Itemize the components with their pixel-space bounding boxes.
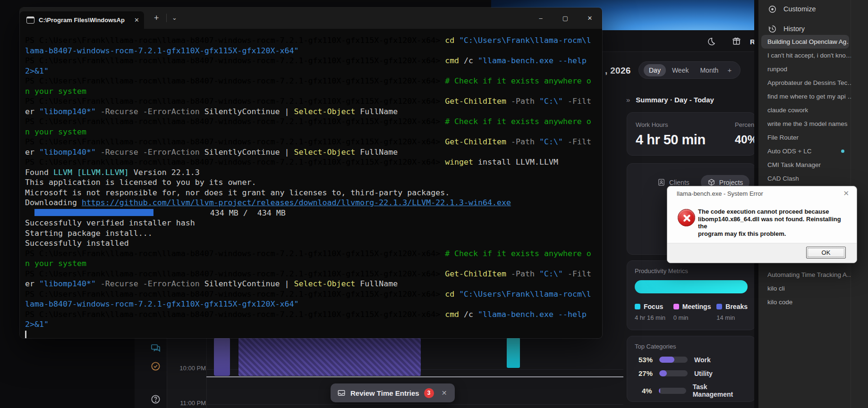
productivity-card: Productivity Metrics Focus4 hr 16 minMee…	[627, 260, 756, 330]
chat-icon[interactable]	[150, 343, 161, 356]
summary-title: Summary · Day - Today	[636, 96, 714, 104]
time-entry-block[interactable]	[214, 338, 230, 376]
history-item[interactable]: runpod	[758, 62, 851, 76]
terminal-line: PS C:\Users\Frank\llama-rocm\llama-b8407…	[25, 309, 602, 320]
terminal-line: This application is licensed to you by i…	[25, 177, 602, 188]
history-item[interactable]: claude cowork	[758, 103, 851, 117]
productivity-legend: Focus4 hr 16 minMeetings0 minBreaks14 mi…	[635, 303, 748, 321]
history-item-label: File Router	[767, 134, 799, 141]
legend-swatch	[635, 304, 640, 309]
terminal-line: 434 MB / 434 MB	[25, 208, 602, 218]
legend-value: 4 hr 16 min	[635, 314, 673, 321]
percent-value: 40%	[735, 133, 756, 146]
current-date: , 2026	[605, 66, 631, 76]
top-categories-card: Top Categories 53%Work27%Utility4%Task M…	[627, 336, 756, 402]
category-bar	[659, 357, 688, 363]
ok-button[interactable]: OK	[806, 247, 846, 258]
time-label-11pm: 11:00 PM	[179, 400, 206, 407]
dialog-title: llama-bench.exe - System Error	[677, 190, 763, 197]
legend-name: Meetings	[682, 303, 711, 310]
range-switcher: Day Week Month +	[638, 61, 740, 79]
active-time-entry-block[interactable]	[238, 338, 421, 376]
maximize-button[interactable]: ▢	[553, 8, 578, 29]
tab-dropdown-icon[interactable]: ⌄	[172, 14, 177, 21]
tab-week[interactable]: Week	[667, 64, 694, 76]
category-percent: 53%	[635, 356, 653, 364]
tab-close-icon[interactable]: ✕	[134, 17, 139, 24]
download-progress-bar	[34, 209, 153, 216]
terminal-line: Microsoft is not responsible for, nor do…	[25, 188, 602, 198]
error-message: The code execution cannot proceed becaus…	[698, 208, 849, 237]
legend-swatch	[673, 304, 679, 309]
review-time-entries-banner[interactable]: Review Time Entries 3 ✕	[331, 383, 455, 402]
history-item[interactable]: kilo code	[758, 295, 851, 309]
inbox-icon	[337, 389, 346, 397]
terminal-output[interactable]: PS C:\Users\Frank\llama-rocm\llama-b8407…	[20, 29, 602, 338]
terminal-line: PS C:\Users\Frank\llama-rocm\llama-b8407…	[25, 56, 602, 66]
history-item[interactable]: Automating Time Tracking A…	[758, 268, 851, 282]
add-range-button[interactable]: +	[727, 66, 732, 74]
tasks-check-icon[interactable]	[150, 361, 161, 374]
hour-gridline	[206, 404, 623, 405]
legend-swatch	[716, 304, 722, 309]
category-name: Task Management	[693, 383, 748, 398]
history-item[interactable]: CAD Clash	[758, 172, 851, 185]
terminal-titlebar[interactable]: C:\Program Files\WindowsAp ✕ + ⌄ – ▢ ✕	[20, 8, 602, 29]
history-icon	[768, 25, 777, 33]
history-item[interactable]: Building Local Openclaw Ag…	[761, 35, 849, 49]
terminal-line: PS C:\Users\Frank\llama-rocm\llama-b8407…	[25, 117, 602, 127]
projects-box-icon	[707, 178, 715, 186]
close-button[interactable]: ✕	[578, 8, 602, 29]
legend-name: Focus	[644, 303, 663, 310]
help-question-icon[interactable]	[150, 394, 161, 407]
legend-value: 14 min	[716, 314, 748, 321]
terminal-line: PS C:\Users\Frank\llama-rocm\llama-b8407…	[25, 269, 602, 279]
terminal-line: lama-b8407-windows-rocm-7.2.1-gfx110X-gf…	[25, 46, 602, 56]
sidebar-item-history[interactable]: History	[758, 21, 868, 37]
productivity-progress-bar	[635, 280, 748, 293]
history-list: Building Local Openclaw Ag…I can't hit a…	[758, 35, 851, 185]
category-row: 27%Utility	[635, 369, 748, 377]
terminal-line: PS C:\Users\Frank\llama-rocm\llama-b8407…	[25, 157, 602, 167]
command-prompt-icon	[26, 17, 34, 24]
history-item[interactable]: Approbateur de Dessins Tec…	[758, 76, 851, 90]
dialog-close-icon[interactable]: ✕	[843, 189, 849, 198]
terminal-line: 2>&1"	[25, 319, 602, 330]
tab-month[interactable]: Month	[695, 64, 723, 76]
terminal-line: Found LLVM [LLVM.LLVM] Version 22.1.3	[25, 167, 602, 178]
sidebar-item-customize[interactable]: Customize	[758, 1, 868, 17]
history-item-label: Approbateur de Dessins Tec…	[767, 79, 851, 86]
tab-day[interactable]: Day	[644, 64, 666, 76]
legend-item: Breaks14 min	[716, 303, 748, 321]
history-list: Automating Time Tracking A…kilo clikilo …	[758, 268, 851, 309]
dark-mode-moon-icon[interactable]	[706, 37, 716, 48]
history-item[interactable]: write me the 3 model names	[758, 117, 851, 131]
terminal-line: PS C:\Users\Frank\llama-rocm\llama-b8407…	[25, 96, 602, 107]
collapse-chevron-icon[interactable]: »	[626, 96, 630, 104]
terminal-tab[interactable]: C:\Program Files\WindowsAp ✕	[20, 11, 144, 29]
category-percent: 4%	[635, 387, 652, 395]
history-item-label: I can't hit accept, i don't kno…	[767, 52, 851, 59]
terminal-line: PS C:\Users\Frank\llama-rocm\llama-b8407…	[25, 76, 602, 86]
history-item-label: CMI Task Manager	[767, 161, 821, 168]
history-item-label: Auto ODS + LC	[767, 148, 811, 155]
new-tab-button[interactable]: +	[154, 13, 159, 23]
history-item[interactable]: Auto ODS + LC	[758, 144, 851, 158]
time-entry-block[interactable]	[507, 338, 520, 368]
desktop: R , 2026 Day Week Month + » Summary · Da…	[0, 0, 868, 408]
terminal-line: n your system	[25, 86, 602, 97]
history-item[interactable]: File Router	[758, 131, 851, 144]
dismiss-banner-icon[interactable]: ✕	[442, 389, 447, 397]
history-item[interactable]: find me where to get my api …	[758, 90, 851, 103]
legend-item: Focus4 hr 16 min	[635, 303, 673, 321]
history-item[interactable]: kilo cli	[758, 282, 851, 295]
terminal-line: er "libomp140*" -Recurse -ErrorAction Si…	[25, 107, 602, 117]
category-percent: 27%	[635, 369, 653, 377]
terminal-window: C:\Program Files\WindowsAp ✕ + ⌄ – ▢ ✕ P…	[20, 8, 602, 338]
gift-icon[interactable]	[732, 37, 741, 48]
history-item[interactable]: CMI Task Manager	[758, 158, 851, 172]
current-time-line	[206, 376, 623, 377]
minimize-button[interactable]: –	[528, 8, 553, 29]
history-item[interactable]: I can't hit accept, i don't kno…	[758, 49, 851, 62]
percent-label: Percent	[735, 121, 756, 128]
